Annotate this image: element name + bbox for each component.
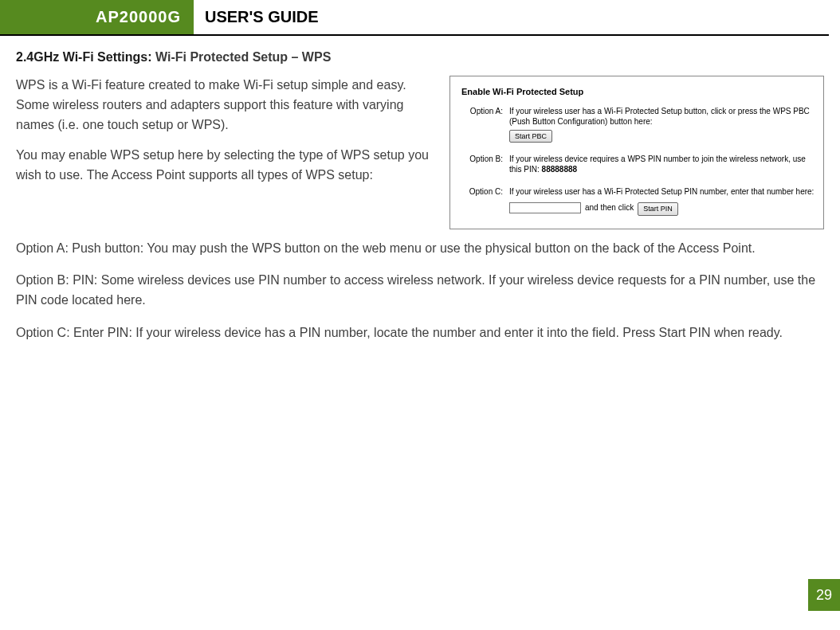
heading-bold: 2.4GHz Wi-Fi Settings: xyxy=(16,50,155,64)
intro-text: WPS is a Wi-Fi feature created to make W… xyxy=(16,76,435,197)
pin-input[interactable] xyxy=(509,202,581,213)
body-opt-b: Option B: PIN: Some wireless devices use… xyxy=(16,271,824,311)
screenshot-option-b: Option B: If your wireless device requir… xyxy=(461,154,815,175)
page-content: 2.4GHz Wi-Fi Settings: Wi-Fi Protected S… xyxy=(0,36,840,343)
intro-p1: WPS is a Wi-Fi feature created to make W… xyxy=(16,76,435,135)
screenshot-title: Enable Wi-Fi Protected Setup xyxy=(461,86,815,98)
screenshot-option-c: Option C: If your wireless user has a Wi… xyxy=(461,186,815,216)
header-title: USER'S GUIDE xyxy=(194,0,319,34)
opt-c-row: and then click Start PIN xyxy=(509,200,815,215)
wps-screenshot: Enable Wi-Fi Protected Setup Option A: I… xyxy=(449,76,824,229)
opt-b-pin: 88888888 xyxy=(542,165,578,174)
opt-c-between: and then click xyxy=(585,202,634,213)
header-model: AP20000G xyxy=(0,0,194,34)
opt-c-text: If your wireless user has a Wi-Fi Protec… xyxy=(509,186,815,198)
start-pin-button[interactable]: Start PIN xyxy=(638,202,678,215)
start-pbc-button[interactable]: Start PBC xyxy=(509,130,552,143)
opt-c-label: Option C: xyxy=(461,186,503,216)
heading-rest: Wi-Fi Protected Setup – WPS xyxy=(155,50,331,64)
body-paragraphs: Option A: Push button: You may push the … xyxy=(16,239,824,343)
body-opt-a: Option A: Push button: You may push the … xyxy=(16,239,824,259)
intro-row: WPS is a Wi-Fi feature created to make W… xyxy=(16,76,824,229)
opt-a-label: Option A: xyxy=(461,106,503,143)
intro-p2: You may enable WPS setup here by selecti… xyxy=(16,146,435,186)
opt-a-text: If your wireless user has a Wi-Fi Protec… xyxy=(509,106,815,127)
section-heading: 2.4GHz Wi-Fi Settings: Wi-Fi Protected S… xyxy=(16,50,824,65)
opt-b-body: If your wireless device requires a WPS P… xyxy=(509,154,815,175)
page-number: 29 xyxy=(808,579,840,611)
opt-a-body: If your wireless user has a Wi-Fi Protec… xyxy=(509,106,815,143)
body-opt-c: Option C: Enter PIN: If your wireless de… xyxy=(16,323,824,343)
opt-c-body: If your wireless user has a Wi-Fi Protec… xyxy=(509,186,815,216)
screenshot-option-a: Option A: If your wireless user has a Wi… xyxy=(461,106,815,143)
opt-b-label: Option B: xyxy=(461,154,503,175)
header-bar: AP20000G USER'S GUIDE xyxy=(0,0,829,36)
